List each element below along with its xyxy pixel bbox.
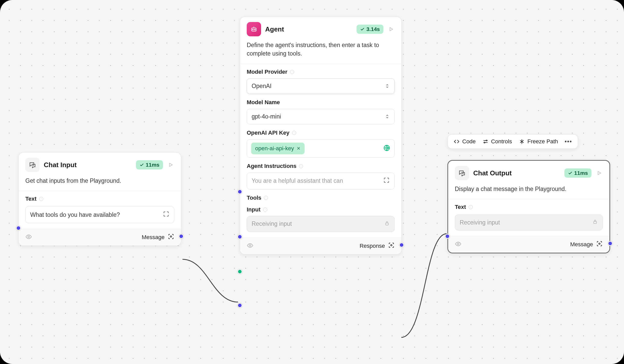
snowflake-icon <box>519 138 525 145</box>
node-chat-input[interactable]: Chat Input 11ms Get chat inputs from the… <box>18 152 181 246</box>
node-chat-output[interactable]: Chat Output 11ms Display a chat message … <box>447 160 610 253</box>
node-toolbar[interactable]: Code Controls Freeze Path ••• <box>448 134 578 149</box>
chevron-updown-icon <box>385 114 390 119</box>
lock-icon <box>384 220 390 228</box>
expand-icon[interactable] <box>163 211 169 219</box>
eye-icon[interactable] <box>25 233 32 241</box>
toolbar-code[interactable]: Code <box>454 138 476 145</box>
node-description: Display a chat message in the Playground… <box>448 180 609 199</box>
input-port[interactable] <box>16 226 21 231</box>
text-output-field <box>455 215 603 230</box>
output-label: Response <box>360 243 385 249</box>
svg-point-8 <box>391 244 392 246</box>
field-label-text: Text <box>25 196 174 202</box>
node-description: Define the agent's instructions, then en… <box>240 36 401 64</box>
scan-icon[interactable] <box>168 233 174 241</box>
node-title: Agent <box>265 25 352 33</box>
workflow-canvas[interactable]: Chat Input 11ms Get chat inputs from the… <box>0 0 624 364</box>
sliders-icon <box>482 138 489 145</box>
remove-chip-icon[interactable]: ✕ <box>297 146 300 151</box>
info-icon[interactable] <box>469 205 473 209</box>
text-input[interactable] <box>25 206 174 223</box>
output-port-message[interactable] <box>179 234 184 239</box>
port-model-provider[interactable] <box>237 189 242 194</box>
field-label-input: Input <box>247 206 395 213</box>
toolbar-controls[interactable]: Controls <box>482 138 512 145</box>
svg-point-12 <box>457 243 459 245</box>
run-button[interactable] <box>167 161 174 168</box>
info-icon[interactable] <box>264 196 268 200</box>
eye-icon[interactable] <box>455 241 461 248</box>
toolbar-freeze-path[interactable]: Freeze Path <box>519 138 558 145</box>
output-label: Message <box>570 241 593 248</box>
api-key-chip[interactable]: open-ai-api-key ✕ <box>251 143 305 154</box>
node-description: Get chat inputs from the Playground. <box>19 172 181 191</box>
svg-point-1 <box>170 236 171 237</box>
model-provider-select[interactable]: OpenAI <box>247 78 395 94</box>
port-instructions[interactable] <box>237 234 242 239</box>
info-icon[interactable] <box>292 131 296 135</box>
info-icon[interactable] <box>263 208 267 212</box>
node-agent[interactable]: Agent 3.14s Define the agent's instructi… <box>240 17 402 254</box>
globe-check-icon <box>383 144 390 153</box>
scan-icon[interactable] <box>596 240 603 249</box>
field-label-api-key: OpenAI API Key <box>247 130 395 136</box>
field-label-tools: Tools <box>247 195 395 201</box>
more-icon[interactable]: ••• <box>565 138 572 145</box>
svg-rect-6 <box>386 223 389 225</box>
timing-badge: 3.14s <box>357 25 383 34</box>
scan-icon[interactable] <box>388 242 395 250</box>
lock-icon <box>592 219 598 226</box>
svg-point-0 <box>28 236 30 238</box>
port-tools[interactable] <box>237 269 242 274</box>
field-label-model-provider: Model Provider <box>247 69 395 75</box>
run-button[interactable] <box>596 169 603 177</box>
chat-icon <box>455 166 469 180</box>
svg-point-10 <box>484 142 485 143</box>
output-port-message[interactable] <box>608 241 613 246</box>
svg-point-9 <box>486 140 487 141</box>
field-label-instructions: Agent Instructions <box>247 163 395 169</box>
expand-icon[interactable] <box>383 177 390 185</box>
agent-input-field <box>247 216 395 232</box>
model-name-select[interactable]: gpt-4o-mini <box>247 109 395 124</box>
chevron-updown-icon <box>385 83 390 89</box>
instructions-input[interactable] <box>247 173 395 189</box>
svg-point-4 <box>254 29 255 30</box>
svg-rect-11 <box>594 221 597 223</box>
timing-badge: 11ms <box>136 160 163 169</box>
info-icon[interactable] <box>39 197 43 201</box>
robot-icon <box>247 22 261 36</box>
code-icon <box>454 138 460 145</box>
node-title: Chat Input <box>44 161 132 169</box>
field-label-text: Text <box>455 204 603 210</box>
input-port[interactable] <box>445 234 450 239</box>
field-label-model-name: Model Name <box>247 99 395 106</box>
svg-point-13 <box>599 243 600 244</box>
output-label: Message <box>142 234 165 241</box>
info-icon[interactable] <box>290 70 294 74</box>
svg-point-7 <box>249 244 251 246</box>
output-port-response[interactable] <box>399 242 404 248</box>
info-icon[interactable] <box>299 164 303 168</box>
port-input[interactable] <box>237 303 242 308</box>
chat-icon <box>25 158 40 172</box>
run-button[interactable] <box>388 26 395 33</box>
svg-point-3 <box>253 29 253 30</box>
eye-icon[interactable] <box>247 242 253 250</box>
timing-badge: 11ms <box>564 168 591 178</box>
node-title: Chat Output <box>473 169 560 177</box>
api-key-input[interactable]: open-ai-api-key ✕ <box>247 139 395 158</box>
